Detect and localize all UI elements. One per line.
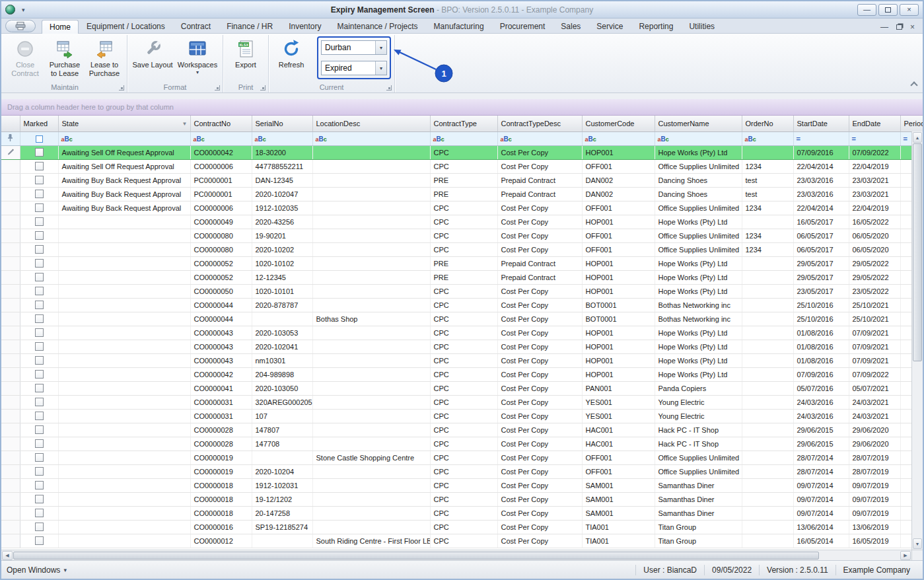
table-row[interactable]: CO0000031320AREG000205CPCCost Per CopyYE… [1,395,923,409]
refresh-button[interactable]: Refresh [272,36,310,83]
table-row[interactable]: Awaiting Sell Off Request ApprovalCO0000… [1,159,923,173]
filter-cell-contractTypeDesc[interactable]: aBc [497,131,582,145]
maximize-button[interactable] [878,4,898,16]
marked-checkbox[interactable] [35,509,44,517]
column-header-period[interactable]: Period [900,116,923,131]
table-row[interactable]: CO0000044Bothas ShopCPCCost Per CopyBOT0… [1,312,923,326]
status-combobox[interactable]: Expired ▾ [321,61,387,75]
lease-to-purchase-button[interactable]: Lease to Purchase [85,36,124,83]
ribbon-tab-equipment-locations[interactable]: Equipment / Locations [79,19,173,33]
ribbon-tab-reporting[interactable]: Reporting [631,19,681,33]
column-header-contractType[interactable]: ContractType [430,116,497,131]
table-row[interactable]: CO00000492020-43256CPCCost Per CopyHOP00… [1,215,923,229]
ribbon-tab-inventory[interactable]: Inventory [281,19,329,33]
chevron-down-icon[interactable]: ▾ [375,61,386,75]
table-row[interactable]: CO00000501020-10101CPCCost Per CopyHOP00… [1,284,923,298]
table-row[interactable]: Awaiting Buy Back Request ApprovalPC0000… [1,173,923,187]
table-row[interactable]: CO00000412020-103050CPCCost Per CopyPAN0… [1,381,923,395]
ribbon-tab-sales[interactable]: Sales [553,19,588,33]
dialog-launcher-icon[interactable] [386,85,392,91]
marked-checkbox[interactable] [35,439,44,448]
marked-checkbox[interactable] [35,259,44,268]
marked-checkbox[interactable] [35,301,44,309]
branch-combobox[interactable]: Durban ▾ [321,40,387,55]
column-header-state[interactable]: State▼ [58,116,190,131]
mdi-minimize-icon[interactable]: — [880,23,888,31]
filter-cell-orderNo[interactable]: aBc [742,131,793,145]
table-row[interactable]: CO0000042204-989898CPCCost Per CopyHOP00… [1,367,923,381]
table-row[interactable]: CO00000802020-10202CPCCost Per CopyOFF00… [1,242,923,256]
marked-checkbox[interactable] [35,495,44,503]
marked-checkbox[interactable] [35,536,44,545]
horizontal-scrollbar-thumb[interactable] [13,552,819,560]
scroll-up-icon[interactable]: ▲ [913,132,922,143]
table-row[interactable]: CO0000016SP19-12185274CPCCost Per CopyTI… [1,520,923,534]
marked-checkbox[interactable] [35,412,44,420]
workspaces-button[interactable]: Workspaces ▾ [176,36,219,83]
marked-checkbox[interactable] [35,425,44,434]
column-header-startDate[interactable]: StartDate [793,116,849,131]
filter-cell-serialNo[interactable]: aBc [252,131,312,145]
marked-checkbox[interactable] [35,523,44,531]
dialog-launcher-icon[interactable] [260,85,266,91]
table-row[interactable]: CO00000432020-102041CPCCost Per CopyHOP0… [1,340,923,353]
close-button[interactable]: × [900,4,919,16]
filter-cell-customerCode[interactable]: aBc [582,131,655,145]
filter-cell-marked[interactable] [20,131,58,145]
table-row[interactable]: CO00000432020-103053CPCCost Per CopyHOP0… [1,326,923,340]
open-windows-button[interactable]: Open Windows ▾ [7,565,67,575]
marked-checkbox[interactable] [35,398,44,406]
marked-checkbox[interactable] [35,481,44,489]
column-header-marked[interactable]: Marked [20,116,58,131]
marked-checkbox[interactable] [35,384,44,392]
filter-cell-customerName[interactable]: aBc [655,131,742,145]
ribbon-tab-contract[interactable]: Contract [173,19,219,33]
marked-checkbox[interactable] [35,162,44,170]
ribbon-tab-utilities[interactable]: Utilities [681,19,723,33]
save-layout-button[interactable]: Save Layout [131,36,174,83]
table-row[interactable]: CO0000012South Riding Centre - First Flo… [1,534,923,548]
table-row[interactable]: Awaiting Buy Back Request ApprovalPC0000… [1,187,923,201]
marked-checkbox[interactable] [35,273,44,281]
column-header-contractTypeDesc[interactable]: ContractTypeDesc [497,116,582,131]
marked-checkbox[interactable] [35,314,44,323]
collapse-ribbon-icon[interactable] [910,81,917,89]
column-header-customerName[interactable]: CustomerName [655,116,742,131]
scroll-right-icon[interactable]: ▶ [900,551,911,560]
filter-cell-contractNo[interactable]: aBc [190,131,252,145]
filter-cell-locationDesc[interactable]: aBc [312,131,430,145]
column-header-contractNo[interactable]: ContractNo [190,116,252,131]
app-logo-icon[interactable] [5,5,15,15]
marked-checkbox[interactable] [35,176,44,184]
table-row[interactable]: Awaiting Buy Back Request ApprovalCO0000… [1,201,923,215]
chevron-down-icon[interactable]: ▾ [375,41,386,54]
marked-checkbox[interactable] [35,190,44,198]
marked-checkbox[interactable] [35,370,44,379]
table-row[interactable]: Awaiting Sell Off Request ApprovalCO0000… [1,145,923,159]
column-header-customerCode[interactable]: CustomerCode [582,116,655,131]
table-row[interactable]: CO00000521020-10102PREPrepaid ContractHO… [1,256,923,270]
table-row[interactable]: CO000001819-12/1202CPCCost Per CopySAM00… [1,492,923,506]
column-header-orderNo[interactable]: OrderNo [742,116,793,131]
scroll-down-icon[interactable]: ▼ [913,538,922,549]
vertical-scrollbar[interactable]: ▲ ▼ [911,131,923,550]
ribbon-tab-home[interactable]: Home [42,20,79,34]
table-row[interactable]: CO00000192020-10204CPCCost Per CopyOFF00… [1,464,923,478]
filter-cell-endDate[interactable]: = [849,131,900,145]
marked-checkbox[interactable] [35,356,44,365]
ribbon-tab-maintenance-projects[interactable]: Maintenance / Projects [330,19,426,33]
group-by-panel[interactable]: Drag a column header here to group by th… [1,99,923,116]
table-row[interactable]: CO0000031107CPCCost Per CopyYES001Young … [1,409,923,423]
minimize-button[interactable]: — [857,4,876,16]
quick-access-dropdown-icon[interactable]: ▾ [22,7,25,13]
table-row[interactable]: CO0000043nm10301CPCCost Per CopyHOP001Ho… [1,353,923,367]
table-row[interactable]: CO000005212-12345PREPrepaid ContractHOP0… [1,270,923,284]
column-header-locationDesc[interactable]: LocationDesc [312,116,430,131]
mdi-close-icon[interactable]: × [910,23,915,31]
column-header-serialNo[interactable]: SerialNo [252,116,312,131]
table-row[interactable]: CO0000028147807CPCCost Per CopyHAC001Hac… [1,423,923,437]
table-row[interactable]: CO00000181912-102031CPCCost Per CopySAM0… [1,478,923,492]
purchase-to-lease-button[interactable]: Purchase to Lease [46,36,84,83]
marked-checkbox[interactable] [35,328,44,337]
filter-cell-contractType[interactable]: aBc [430,131,497,145]
